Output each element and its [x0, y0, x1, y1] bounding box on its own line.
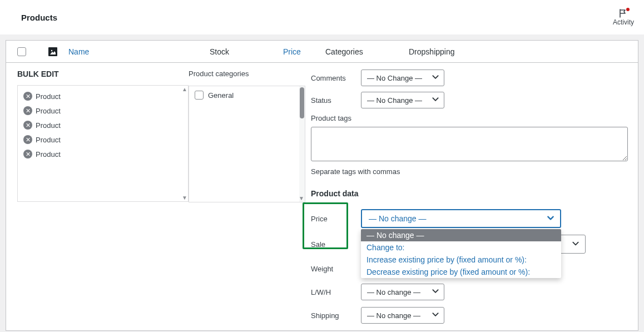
- price-column-header[interactable]: Price: [283, 47, 325, 56]
- chevron-down-icon: [432, 96, 439, 105]
- product-name: Product: [36, 136, 61, 144]
- activity-label: Activity: [613, 18, 634, 26]
- category-item[interactable]: General: [195, 91, 299, 100]
- remove-product-button[interactable]: ✕: [23, 106, 32, 115]
- sale-label: Sale: [311, 240, 361, 249]
- category-list[interactable]: General ▼: [189, 86, 305, 202]
- flag-icon: [618, 9, 628, 18]
- chevron-down-icon: [547, 214, 554, 224]
- scroll-down-icon: ▼: [182, 195, 187, 201]
- list-item: ✕Product: [21, 118, 185, 132]
- select-value: — No Change —: [367, 96, 422, 105]
- page-title: Products: [21, 13, 57, 22]
- list-item: ✕Product: [21, 89, 185, 103]
- scrollbar[interactable]: [299, 86, 305, 202]
- notification-dot-icon: [626, 8, 630, 11]
- shipping-row: Shipping — No change —: [311, 307, 628, 324]
- product-tags-label: Product tags: [311, 114, 628, 122]
- price-label: Price: [311, 215, 361, 223]
- weight-label: Weight: [311, 265, 361, 273]
- selected-products-list[interactable]: ▲ ✕Product ✕Product ✕Product ✕Product ✕P…: [17, 85, 189, 202]
- status-label: Status: [311, 96, 361, 105]
- bulk-edit-row: BULK EDIT ▲ ✕Product ✕Product ✕Product ✕…: [6, 63, 638, 330]
- comments-row: Comments — No Change —: [311, 70, 628, 86]
- chevron-down-icon: [432, 288, 439, 297]
- categories-column-header[interactable]: Categories: [325, 47, 409, 56]
- products-panel: Name Stock Price Categories Dropshipping…: [6, 40, 638, 331]
- bulk-edit-left: BULK EDIT ▲ ✕Product ✕Product ✕Product ✕…: [6, 70, 189, 330]
- price-option-increase[interactable]: Increase existing price by (fixed amount…: [361, 254, 561, 266]
- name-column-header[interactable]: Name: [68, 47, 210, 56]
- list-item: ✕Product: [21, 103, 185, 118]
- comments-label: Comments: [311, 74, 361, 82]
- scroll-down-icon: ▼: [299, 195, 304, 201]
- price-option-decrease[interactable]: Decrease existing price by (fixed amount…: [361, 266, 561, 278]
- remove-product-button[interactable]: ✕: [23, 150, 32, 158]
- image-icon: [48, 47, 57, 56]
- price-option-change-to[interactable]: Change to:: [361, 241, 561, 254]
- select-all-checkbox[interactable]: [17, 47, 26, 56]
- remove-product-button[interactable]: ✕: [23, 121, 32, 130]
- status-select[interactable]: — No Change —: [361, 92, 444, 108]
- select-value: — No Change —: [367, 74, 422, 82]
- lwh-row: L/W/H — No change —: [311, 284, 628, 300]
- comments-select[interactable]: — No Change —: [361, 70, 444, 86]
- chevron-down-icon: [572, 240, 579, 249]
- scroll-up-icon: ▲: [182, 86, 187, 92]
- page-header: Products Activity: [0, 0, 644, 34]
- remove-product-button[interactable]: ✕: [23, 135, 32, 144]
- remove-product-button[interactable]: ✕: [23, 92, 32, 101]
- product-name: Product: [36, 107, 61, 115]
- bulk-edit-categories: Product categories General ▼: [189, 70, 311, 330]
- select-all-cell: [6, 47, 37, 56]
- shipping-select[interactable]: — No change —: [361, 307, 444, 324]
- table-header: Name Stock Price Categories Dropshipping: [6, 41, 638, 63]
- stock-column-header[interactable]: Stock: [210, 47, 283, 56]
- bulk-edit-title: BULK EDIT: [17, 70, 189, 78]
- category-checkbox[interactable]: [195, 91, 204, 100]
- product-categories-label: Product categories: [189, 70, 305, 78]
- image-column-header: [37, 47, 68, 56]
- price-dropdown: — No change — Change to: Increase existi…: [361, 229, 561, 278]
- price-row: Price — No change — — No change — Change…: [311, 209, 628, 228]
- lwh-label: L/W/H: [311, 288, 361, 296]
- list-item: ✕Product: [21, 132, 185, 147]
- product-tags-input[interactable]: [311, 127, 628, 161]
- product-data-title: Product data: [311, 189, 628, 198]
- category-label: General: [208, 91, 234, 100]
- product-tags-hint: Separate tags with commas: [311, 167, 628, 176]
- shipping-label: Shipping: [311, 311, 361, 320]
- select-value: — No change —: [367, 288, 420, 296]
- list-item: ✕Product: [21, 147, 185, 161]
- activity-button[interactable]: Activity: [613, 9, 634, 26]
- product-name: Product: [36, 92, 61, 101]
- lwh-select[interactable]: — No change —: [361, 284, 444, 300]
- price-select[interactable]: — No change —: [361, 209, 561, 228]
- dropshipping-column-header[interactable]: Dropshipping: [409, 47, 455, 56]
- product-name: Product: [36, 121, 61, 130]
- chevron-down-icon: [432, 311, 439, 320]
- select-value: — No change —: [369, 214, 427, 223]
- scrollbar-thumb[interactable]: [300, 87, 304, 118]
- select-value: — No change —: [367, 311, 420, 320]
- chevron-down-icon: [432, 73, 439, 83]
- svg-point-1: [51, 49, 52, 51]
- bulk-edit-fields: Comments — No Change — Status — No Chang…: [311, 70, 638, 330]
- price-option-no-change[interactable]: — No change —: [361, 229, 561, 241]
- product-name: Product: [36, 150, 61, 158]
- product-data-fields: Price — No change — — No change — Change…: [311, 209, 628, 324]
- status-row: Status — No Change —: [311, 92, 628, 108]
